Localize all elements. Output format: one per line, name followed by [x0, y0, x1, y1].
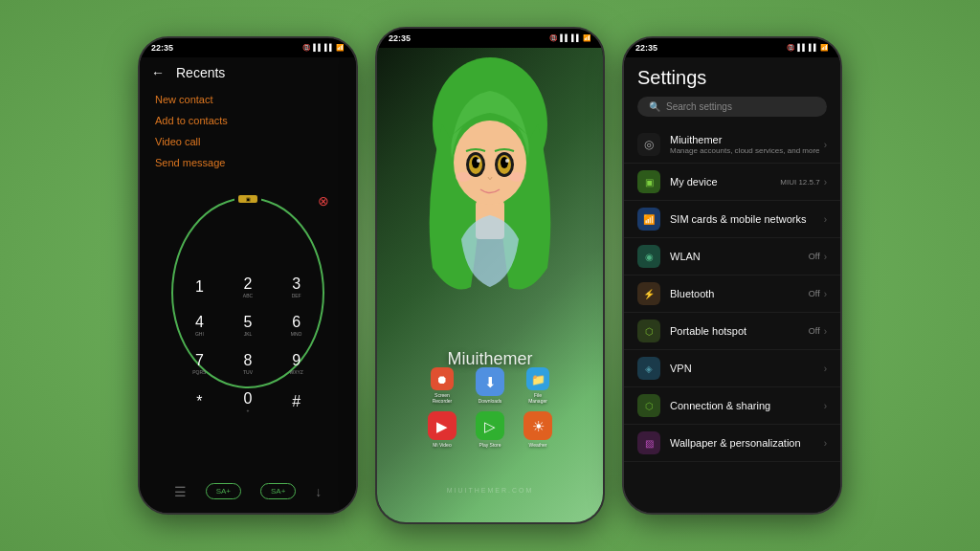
key-0[interactable]: 0+ — [225, 385, 272, 421]
vpn-icon: ◈ — [637, 357, 660, 380]
app-row-1: ⏺ ScreenRecorder ⬇ Downloads 📁 FileManag… — [394, 367, 586, 404]
svg-point-7 — [472, 157, 479, 168]
indicator-inner: ▣ — [238, 195, 257, 203]
vpn-title: VPN — [670, 363, 824, 374]
num-0: 0 — [244, 391, 253, 407]
settings-list: ◎ Miuithemer Manage accounts, cloud serv… — [624, 122, 840, 466]
settings-item-hotspot[interactable]: ⬡ Portable hotspot Off › — [624, 313, 840, 350]
app-label-downloads: Downloads — [479, 398, 502, 404]
num-2: 2 — [244, 276, 253, 292]
settings-item-miuithemer[interactable]: ◎ Miuithemer Manage accounts, cloud serv… — [624, 126, 840, 164]
menu-new-contact[interactable]: New contact — [155, 94, 341, 105]
chevron-wallpaper: › — [824, 438, 827, 449]
letters-8: TUV — [243, 369, 253, 375]
menu-send-message[interactable]: Send message — [155, 157, 341, 168]
settings-item-wlan[interactable]: ◉ WLAN Off › — [624, 238, 840, 276]
status-icons-left: 📵 ▌▌ ▌▌ 📶 — [302, 44, 345, 52]
sa-plus-2[interactable]: SA+ — [260, 483, 296, 499]
status-time-right: 22:35 — [635, 43, 657, 53]
app-screen-recorder[interactable]: ⏺ ScreenRecorder — [424, 367, 460, 404]
hotspot-icon: ⬡ — [637, 320, 660, 342]
letters-9: WXYZ — [289, 369, 302, 375]
app-label-play-store: Play Store — [479, 442, 501, 448]
key-5[interactable]: 5JKL — [225, 308, 272, 344]
key-hash[interactable]: # — [273, 385, 320, 421]
mydevice-right: MIUI 12.5.7 › — [780, 177, 827, 187]
app-files[interactable]: 📁 FileManager — [520, 367, 556, 404]
wallpaper-title: Wallpaper & personalization — [670, 437, 824, 449]
num-star: * — [196, 394, 202, 409]
status-bar-left: 22:35 📵 ▌▌ ▌▌ 📶 — [140, 38, 356, 57]
chevron-miuithemer: › — [824, 140, 827, 150]
dialer-title: Recents — [176, 65, 225, 80]
menu-icon[interactable]: ☰ — [174, 484, 187, 499]
key-3[interactable]: 3DEF — [273, 270, 320, 306]
settings-item-connection[interactable]: ⬡ Connection & sharing › — [624, 387, 840, 425]
app-weather[interactable]: ☀ Weather — [520, 411, 556, 448]
num-hash: # — [292, 394, 301, 409]
svg-point-8 — [501, 157, 508, 168]
menu-video-call[interactable]: Video call — [155, 136, 341, 147]
home-content: Miuithemer ⏺ ScreenRecorder ⬇ Downloads … — [377, 48, 603, 522]
app-label-files: FileManager — [528, 392, 547, 404]
sim-right: › — [824, 214, 827, 225]
miuithemer-title: Miuithemer — [670, 134, 824, 145]
connection-right: › — [824, 401, 827, 411]
key-2[interactable]: 2ABC — [225, 270, 272, 306]
app-play-store[interactable]: ▷ Play Store — [472, 411, 508, 448]
key-6[interactable]: 6MNO — [273, 308, 320, 344]
settings-item-vpn[interactable]: ◈ VPN › — [624, 350, 840, 387]
down-icon[interactable]: ↓ — [315, 484, 322, 499]
settings-item-mydevice[interactable]: ▣ My device MIUI 12.5.7 › — [624, 164, 840, 201]
status-time-center: 22:35 — [389, 33, 411, 43]
home-app-name: Miuithemer — [447, 349, 532, 369]
key-9[interactable]: 9WXYZ — [273, 346, 320, 383]
search-icon: 🔍 — [649, 101, 660, 112]
back-arrow-icon[interactable]: ← — [151, 65, 165, 80]
wlan-text: WLAN — [670, 251, 809, 262]
settings-item-bluetooth[interactable]: ⚡ Bluetooth Off › — [624, 276, 840, 313]
svg-point-11 — [456, 172, 471, 182]
settings-title: Settings — [637, 67, 827, 89]
dialer-content: ← Recents New contact Add to contacts Vi… — [140, 57, 356, 513]
svg-text:⬇: ⬇ — [484, 374, 497, 390]
svg-point-9 — [477, 159, 480, 163]
phone-left: 22:35 📵 ▌▌ ▌▌ 📶 ← Recents New contact Ad… — [138, 36, 358, 515]
status-bar-center: 22:35 📵 ▌▌ ▌▌ 📶 — [377, 29, 603, 48]
wallpaper-text: Wallpaper & personalization — [670, 437, 824, 449]
menu-add-contacts[interactable]: Add to contacts — [155, 115, 341, 126]
app-label-recorder: ScreenRecorder — [433, 392, 453, 404]
bluetooth-value: Off — [809, 289, 820, 298]
phones-container: 22:35 📵 ▌▌ ▌▌ 📶 ← Recents New contact Ad… — [0, 0, 980, 551]
svg-text:▶: ▶ — [436, 418, 448, 434]
letters-3: DEF — [292, 293, 301, 298]
letters-2: ABC — [243, 293, 253, 298]
key-8[interactable]: 8TUV — [225, 346, 272, 383]
status-bar-right: 22:35 📵 ▌▌ ▌▌ 📶 — [624, 38, 840, 57]
sa-plus-1[interactable]: SA+ — [206, 483, 241, 499]
key-4[interactable]: 4GHI — [176, 308, 223, 344]
close-button[interactable]: ⊗ — [318, 193, 329, 209]
connection-title: Connection & sharing — [670, 400, 824, 411]
key-star[interactable]: * — [176, 385, 223, 421]
letters-6: MNO — [291, 331, 302, 337]
watermark: MIUITHEMER.COM — [447, 487, 534, 494]
settings-item-wallpaper[interactable]: ▨ Wallpaper & personalization › — [624, 425, 840, 462]
settings-search-bar[interactable]: 🔍 Search settings — [637, 97, 827, 117]
miuithemer-text: Miuithemer Manage accounts, cloud servic… — [670, 134, 824, 155]
wallpaper-right: › — [824, 438, 827, 449]
key-1[interactable]: 1 — [176, 270, 223, 306]
settings-header: Settings 🔍 Search settings — [624, 57, 840, 122]
letters-7: PQRS — [192, 369, 206, 375]
hotspot-title: Portable hotspot — [670, 325, 809, 337]
status-time-left: 22:35 — [151, 43, 173, 53]
key-7[interactable]: 7PQRS — [176, 346, 223, 383]
connection-icon: ⬡ — [637, 394, 660, 417]
app-label-weather: Weather — [529, 442, 547, 448]
svg-point-10 — [505, 159, 509, 163]
app-downloads[interactable]: ⬇ Downloads — [472, 367, 508, 404]
app-mi-video[interactable]: ▶ Mi Video — [424, 411, 460, 448]
settings-item-sim[interactable]: 📶 SIM cards & mobile networks › — [624, 201, 840, 238]
app-label-mi-video: Mi Video — [433, 442, 451, 448]
num-3: 3 — [292, 276, 301, 292]
